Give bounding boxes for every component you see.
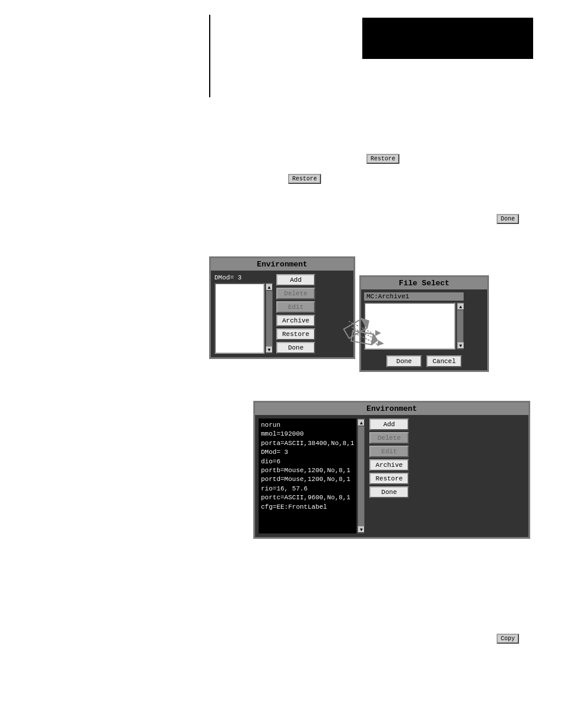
done-button-bottom[interactable]: Done <box>369 486 408 498</box>
restore-button-env-top[interactable]: Restore <box>276 328 315 340</box>
delete-button-bottom[interactable]: Delete <box>369 432 408 444</box>
env-line-10: cfg=EE:FrontLabel <box>261 503 354 512</box>
environment-dialog-bottom: Environment norun mmol=192000 porta=ASCI… <box>253 401 530 539</box>
env-content-area[interactable]: norun mmol=192000 porta=ASCII,38400,No,8… <box>259 419 356 533</box>
env-line-7: portd=Mouse,1200,No,8,1 <box>261 475 354 484</box>
env-scroll-down[interactable]: ▼ <box>358 526 365 533</box>
restore-button-1[interactable]: Restore <box>366 154 399 164</box>
dmod-label: DMod= 3 <box>214 274 273 281</box>
env-dialog-top-title: Environment <box>211 258 353 271</box>
add-button-bottom[interactable]: Add <box>369 419 408 430</box>
file-done-button[interactable]: Done <box>386 355 422 367</box>
file-scrollbar[interactable]: ▲ ▼ <box>457 302 464 350</box>
env-line-4: DMod= 3 <box>261 448 354 457</box>
file-scroll-up[interactable]: ▲ <box>457 303 464 310</box>
scroll-down-arrow[interactable]: ▼ <box>266 346 273 353</box>
svg-marker-7 <box>375 330 381 336</box>
svg-marker-1 <box>361 315 373 329</box>
env-buttons-top: Add Delete Edit Archive Restore Done <box>276 274 315 354</box>
env-scroll-up[interactable]: ▲ <box>358 419 365 426</box>
redacted-bar <box>362 18 533 59</box>
file-cancel-button[interactable]: Cancel <box>427 355 462 367</box>
scrollbar-top[interactable]: ▲ ▼ <box>266 283 273 354</box>
restore-button-2[interactable]: Restore <box>288 174 321 184</box>
env-list-box-top[interactable] <box>214 283 265 354</box>
archive-button-top[interactable]: Archive <box>276 315 315 327</box>
mc-archive-label: MC:Archive1 <box>364 292 464 301</box>
restore-button-bottom[interactable]: Restore <box>369 473 408 485</box>
scroll-track-top <box>266 291 272 346</box>
done-button-env-top[interactable]: Done <box>276 342 315 354</box>
arrow-decoration <box>343 315 390 351</box>
delete-button-top[interactable]: Delete <box>276 288 315 299</box>
env-bottom-scrollbar[interactable]: ▲ ▼ <box>358 419 365 533</box>
env-line-6: portb=Mouse,1200,No,8,1 <box>261 466 354 475</box>
scroll-up-arrow[interactable]: ▲ <box>266 284 273 291</box>
copy-button-bottom[interactable]: Copy <box>497 634 519 644</box>
add-button-top[interactable]: Add <box>276 274 315 286</box>
env-line-8: rio=16, 57.6 <box>261 485 354 493</box>
environment-dialog-top: Environment DMod= 3 ▲ ▼ Add Delete Edit … <box>209 256 355 359</box>
env-line-3: porta=ASCII,38400,No,8,1 <box>261 439 354 448</box>
done-button-top[interactable]: Done <box>497 214 519 224</box>
archive-button-bottom[interactable]: Archive <box>369 459 408 471</box>
edit-button-top[interactable]: Edit <box>276 301 315 313</box>
file-scroll-down[interactable]: ▼ <box>457 342 464 349</box>
file-select-title: File Select <box>361 277 487 289</box>
vertical-divider <box>209 15 210 97</box>
edit-button-bottom[interactable]: Edit <box>369 446 408 457</box>
env-line-2: mmol=192000 <box>261 430 354 439</box>
env-scroll-track <box>358 426 364 526</box>
env-line-9: portc=ASCII,9600,No,8,1 <box>261 493 354 502</box>
env-buttons-bottom: Add Delete Edit Archive Restore Done <box>369 419 408 533</box>
env-dialog-bottom-title: Environment <box>255 403 528 415</box>
env-line-1: norun <box>261 421 354 430</box>
env-line-5: dio=6 <box>261 457 354 466</box>
svg-marker-8 <box>377 340 384 346</box>
file-scroll-track <box>457 310 463 342</box>
